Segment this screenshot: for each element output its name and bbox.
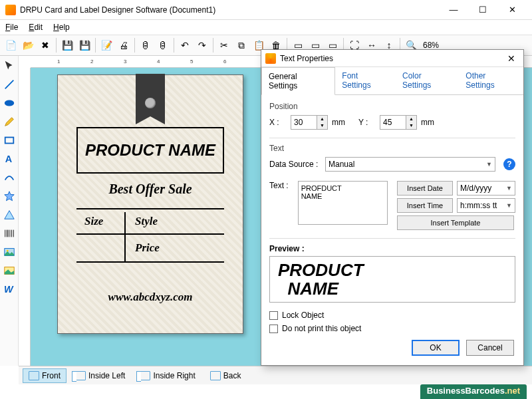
datasource-label: Data Source : xyxy=(269,160,321,169)
dialog-close-icon[interactable]: ✕ xyxy=(503,53,519,64)
image-tool-icon[interactable] xyxy=(2,245,17,259)
triangle-tool-icon[interactable] xyxy=(2,207,17,222)
open-icon[interactable]: 📂 xyxy=(20,37,36,53)
spin-down-icon[interactable]: ▼ xyxy=(317,122,327,129)
rect-tool-icon[interactable] xyxy=(2,133,17,148)
tab-back[interactable]: Back xyxy=(204,368,247,383)
chevron-down-icon: ▼ xyxy=(506,185,512,192)
ribbon-icon xyxy=(136,74,165,116)
divider xyxy=(76,233,224,235)
product-name-text: PRODUCT NAME xyxy=(85,142,215,159)
tab-other-settings[interactable]: Other Settings xyxy=(459,67,523,94)
dialog-icon xyxy=(265,53,276,64)
y-unit: mm xyxy=(421,118,434,127)
time-format-select[interactable]: h:mm:ss tt▼ xyxy=(457,198,515,213)
text-field-label: Text : xyxy=(269,181,294,190)
divider xyxy=(76,208,224,209)
price-label[interactable]: Price xyxy=(135,241,160,255)
dialog-titlebar[interactable]: Text Properties ✕ xyxy=(261,50,523,67)
tab-front-label: Front xyxy=(42,371,61,380)
datasource-select[interactable]: Manual▼ xyxy=(325,157,495,172)
text-tool-icon[interactable]: A xyxy=(2,152,17,166)
zoom-value[interactable]: 68% xyxy=(423,41,439,50)
y-label: Y : xyxy=(358,118,376,127)
dialog-title: Text Properties xyxy=(280,54,333,63)
line-tool-icon[interactable] xyxy=(2,77,17,92)
insert-time-button[interactable]: Insert Time xyxy=(397,198,453,213)
position-group-label: Position xyxy=(269,102,515,111)
svg-rect-2 xyxy=(5,138,13,144)
redo-icon[interactable]: ↷ xyxy=(194,37,210,53)
size-label[interactable]: Size xyxy=(84,215,103,228)
tab-inside-right[interactable]: Inside Right xyxy=(134,368,201,383)
spin-up-icon[interactable]: ▲ xyxy=(317,116,327,122)
page-tabs: Front Inside Left Inside Right Back xyxy=(19,366,532,384)
barcode-tool-icon[interactable] xyxy=(2,226,17,241)
undo-icon[interactable]: ↶ xyxy=(177,37,193,53)
text-input[interactable]: PROFDUCT NAME xyxy=(298,181,388,225)
app-icon xyxy=(5,5,16,15)
chevron-down-icon: ▼ xyxy=(506,202,512,209)
svg-point-1 xyxy=(4,100,13,106)
label-card[interactable]: PRODUCT NAME Best Offer Sale Size Style … xyxy=(57,74,243,334)
dont-print-checkbox[interactable]: Do not print this object xyxy=(269,324,515,333)
spin-down-icon[interactable]: ▼ xyxy=(406,122,416,129)
tab-font-settings[interactable]: Font Settings xyxy=(335,67,396,94)
menu-file[interactable]: File xyxy=(5,23,18,32)
print-icon[interactable]: 🖨 xyxy=(116,37,132,53)
ruler-vertical xyxy=(19,68,31,366)
help-icon[interactable]: ? xyxy=(503,158,515,170)
db-edit-icon[interactable]: 🛢 xyxy=(155,37,171,53)
close-button[interactable]: ✕ xyxy=(497,0,527,20)
wordart-tool-icon[interactable]: W xyxy=(2,282,17,297)
watermark: BusinessBarcodes.net xyxy=(420,384,527,399)
close-doc-icon[interactable]: ✖ xyxy=(37,37,53,53)
ok-button[interactable]: OK xyxy=(412,340,460,356)
new-icon[interactable]: 📄 xyxy=(3,37,19,53)
cut-icon[interactable]: ✂ xyxy=(216,37,232,53)
arc-tool-icon[interactable] xyxy=(2,170,17,185)
preview-label: Preview : xyxy=(269,244,515,253)
x-input[interactable]: ▲▼ xyxy=(291,115,328,130)
lock-object-checkbox[interactable]: Lock Object xyxy=(269,311,515,320)
db-icon[interactable]: 🛢 xyxy=(138,37,154,53)
ellipse-tool-icon[interactable] xyxy=(2,96,17,110)
date-format-select[interactable]: M/d/yyyy▼ xyxy=(457,181,515,196)
chevron-down-icon: ▼ xyxy=(486,161,492,168)
picture-tool-icon[interactable] xyxy=(2,263,17,278)
tab-inside-left-label: Inside Left xyxy=(88,371,125,380)
menu-edit[interactable]: Edit xyxy=(29,23,43,32)
edit-icon[interactable]: 📝 xyxy=(98,37,114,53)
svg-text:A: A xyxy=(5,154,12,164)
pencil-tool-icon[interactable] xyxy=(2,114,17,129)
minimize-button[interactable]: — xyxy=(439,0,468,20)
copy-icon[interactable]: ⧉ xyxy=(233,37,249,53)
select-tool-icon[interactable] xyxy=(2,59,17,73)
cancel-button[interactable]: Cancel xyxy=(466,340,514,356)
spin-up-icon[interactable]: ▲ xyxy=(406,116,416,122)
svg-line-0 xyxy=(5,80,13,89)
window-title: DRPU Card and Label Designer Software (D… xyxy=(20,5,439,15)
product-name-box[interactable]: PRODUCT NAME xyxy=(76,127,224,174)
tab-color-settings[interactable]: Color Settings xyxy=(396,67,459,94)
tab-inside-left[interactable]: Inside Left xyxy=(69,368,131,383)
divider xyxy=(76,261,224,263)
dont-print-label: Do not print this object xyxy=(282,324,361,333)
insert-template-button[interactable]: Insert Template xyxy=(397,215,514,230)
divider-vertical xyxy=(124,212,126,261)
offer-text[interactable]: Best Offer Sale xyxy=(58,182,243,197)
maximize-button[interactable]: ☐ xyxy=(468,0,497,20)
save-icon[interactable]: 💾 xyxy=(59,37,75,53)
lock-object-label: Lock Object xyxy=(282,311,324,320)
url-text[interactable]: www.abcdxyz.com xyxy=(58,291,243,304)
y-input[interactable]: ▲▼ xyxy=(380,115,417,130)
tab-front[interactable]: Front xyxy=(23,368,66,383)
dialog-tabs: General Settings Font Settings Color Set… xyxy=(261,67,523,95)
saveas-icon[interactable]: 💾 xyxy=(76,37,92,53)
insert-date-button[interactable]: Insert Date xyxy=(397,181,453,196)
menu-help[interactable]: Help xyxy=(53,23,70,32)
tab-general-settings[interactable]: General Settings xyxy=(261,67,335,95)
preview-box: PRODUCT NAME xyxy=(269,256,515,303)
style-label[interactable]: Style xyxy=(135,215,158,228)
star-tool-icon[interactable] xyxy=(2,189,17,203)
